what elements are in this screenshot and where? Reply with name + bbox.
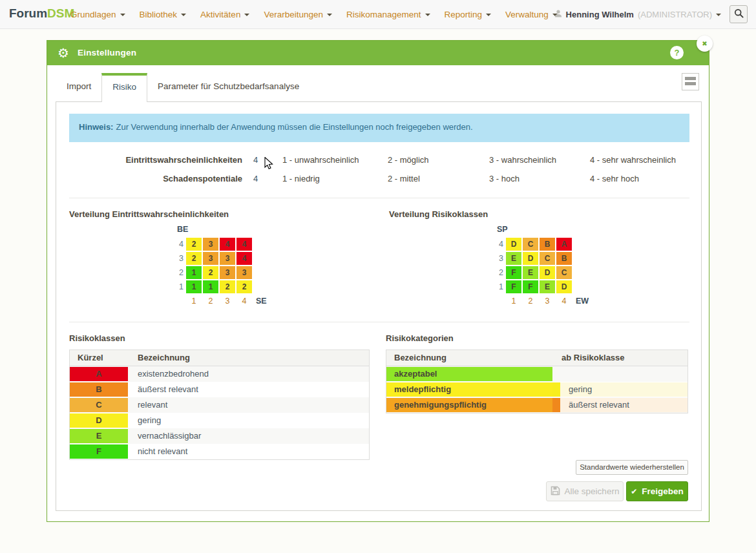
matrix-x-tick: 4 [236,296,252,309]
param-level: 4 - sehr hoch [590,174,639,183]
user-role: (ADMINISTRATOR) [638,10,712,19]
matrix-cell: E [506,252,521,265]
matrix-cell: 1 [203,280,218,293]
matrix-cell: 1 [186,266,202,279]
param-level: 4 - sehr wahrscheinlich [590,155,676,165]
nav-item-label: Verwaltung [505,10,549,19]
matrix-x-ticks: 1234SE [174,296,267,309]
check-icon: ✔ [631,487,637,496]
matrix-cell: 1 [186,280,202,293]
matrix-cell: D [523,252,538,265]
matrix-row: 21233 [174,266,267,279]
nav-item-bibliothek[interactable]: Bibliothek [132,10,194,19]
riskcategory-name: meldepflichtig [386,382,552,397]
matrix-row: 3EDCB [494,252,589,265]
matrix-row: 2FEDC [494,266,589,279]
nav-item-reporting[interactable]: Reporting [437,10,499,19]
param-level: 3 - hoch [489,174,520,183]
nav-menu: GrundlagenBibliothekAktivitätenVerarbeit… [63,0,565,28]
spacer [494,296,503,309]
riskcategory-from-cell: äußerst relevant [552,397,688,413]
matrix-x-tick: 2 [523,296,538,309]
matrix-y-axis-label: SP [497,225,589,235]
matrix-x-tick: 3 [220,296,235,309]
notice-banner: Hinweis:Zur Verwendung innerhalb der Anw… [69,114,689,142]
column-header: Bezeichnung [128,350,369,366]
riskclass-code-badge: B [70,382,128,397]
nav-item-grundlagen[interactable]: Grundlagen [63,10,132,19]
nav-item-label: Bibliothek [140,10,178,19]
riskcategory-from-class: äußerst relevant [560,398,688,412]
riskcategory-name: genehmigungspflichtig [386,398,552,412]
riskcategory-row-genehmigungspflichtig: genehmigungspflichtigäußerst relevant [386,397,688,413]
search-button[interactable] [730,5,748,23]
top-navbar: ForumDSM GrundlagenBibliothekAktivitäten… [0,0,756,29]
help-button[interactable]: ? [670,46,684,59]
nav-item-verarbeitungen[interactable]: Verarbeitungen [257,10,339,19]
nav-item-risikomanagement[interactable]: Risikomanagement [339,10,437,19]
matrix-cell: 3 [203,238,218,251]
riskcategories-title: Risikokategorien [386,333,454,343]
matrix-row: 32334 [174,252,267,265]
list-icon [685,82,696,85]
close-icon[interactable]: ✖ [697,36,713,52]
nav-item-label: Reporting [445,10,483,19]
nav-item-aktivit-ten[interactable]: Aktivitäten [193,10,257,19]
riskcategories-table: Bezeichnung ab Risikoklasse akzeptabelme… [386,350,688,413]
column-header: Bezeichnung [386,350,552,366]
matrix-cell: 3 [236,266,252,279]
matrix-x-tick: 4 [556,296,572,309]
riskclass-matrix: SP4DCBA3EDCB2FEDC1FFED1234EW [494,225,589,310]
matrix-cell: E [540,280,555,293]
matrix-y-axis-label: BE [177,225,267,235]
panel-title: Einstellungen [78,48,136,57]
gear-icon: ⚙ [58,45,69,61]
column-header: ab Risikoklasse [552,350,688,366]
save-icon [551,486,560,497]
list-menu-button[interactable] [682,73,699,90]
param-count[interactable]: 4 [253,174,258,183]
section-probability-matrix: Verteilung Eintrittswahrscheinlichkeiten… [56,205,376,320]
table-body: akzeptabelmeldepflichtiggeringgenehmigun… [386,366,688,413]
param-label: Schadenspotentiale [56,174,242,183]
app-screen: ForumDSM GrundlagenBibliothekAktivitäten… [0,0,756,553]
matrix-x-tick: 3 [540,296,555,309]
chevron-down-icon [716,14,721,16]
tab-import[interactable]: Import [56,73,101,101]
matrix-cell: F [523,280,538,293]
settings-panel: ⚙ Einstellungen ? ✖ ImportRisikoParamete… [47,40,709,522]
matrix-cell: 2 [220,280,235,293]
matrix-cell: 3 [220,252,235,265]
matrix-cell: 4 [236,238,252,251]
matrix-cell: B [556,252,572,265]
matrix-cell: C [540,252,555,265]
matrix-cell: 4 [236,252,252,265]
matrix-row: 11122 [174,280,267,293]
matrix-y-tick: 4 [174,238,184,251]
matrix-y-tick: 2 [494,266,503,279]
matrix-cell: B [540,238,555,251]
matrix-y-tick: 2 [174,266,184,279]
restore-defaults-button[interactable]: Standardwerte wiederherstellen [576,460,688,475]
riskclass-row-a: Aexistenzbedrohend [70,366,369,382]
mouse-cursor [264,157,273,172]
riskclass-color-strip [552,398,560,412]
matrix-cell: D [540,266,555,279]
chevron-down-icon [327,14,332,16]
matrix-cell: 2 [236,280,252,293]
tab-parameter-f-r-schutzbedarfsanalyse[interactable]: Parameter für Schutzbedarfsanalyse [147,73,310,101]
tab-risiko[interactable]: Risiko [101,73,147,102]
user-menu[interactable]: Henning Wilhelm (ADMINISTRATOR) [554,0,721,28]
tab-label: Import [67,81,91,91]
param-count[interactable]: 4 [253,155,258,165]
save-all-button[interactable]: Alle speichern [546,481,624,501]
riskclass-color-strip [552,382,560,397]
matrix-row: 4DCBA [494,238,589,251]
param-label: Eintrittswahrscheinlichkeiten [56,155,242,165]
section-riskclass-matrix: Verteilung Risikoklassen SP4DCBA3EDCB2FE… [376,205,689,320]
riskclass-row-b: Bäußerst relevant [70,382,369,397]
riskclass-code-badge: C [70,398,128,412]
list-icon [685,77,696,80]
release-button[interactable]: ✔ Freigeben [626,481,688,501]
riskclass-code-badge: D [70,413,128,428]
